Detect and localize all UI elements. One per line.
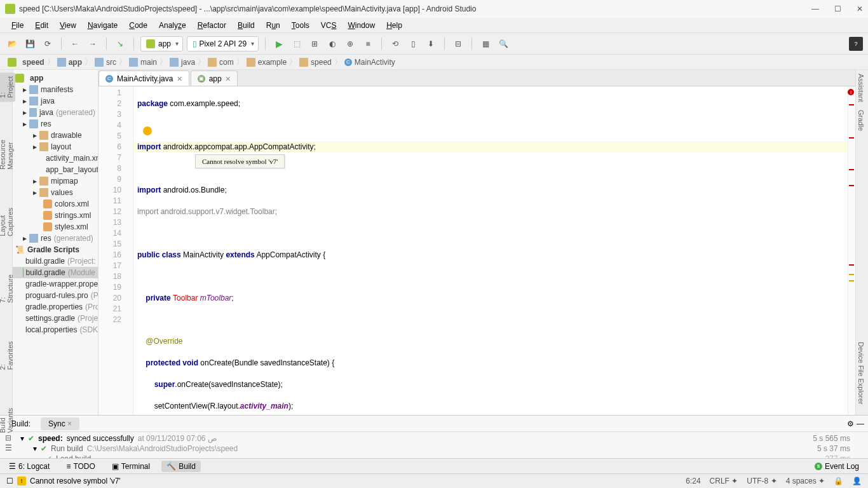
tool-resource-mgr[interactable]: Resource Manager [0,140,14,170]
menu-analyze[interactable]: Analyze [154,20,191,31]
stop-icon[interactable]: ■ [361,37,375,51]
code-content[interactable]: package com.example.speed; import androi… [133,86,848,415]
crumb-app[interactable]: app [57,58,82,67]
crumb-example[interactable]: example [247,58,287,67]
tree-item[interactable]: local.properties (SDK [13,324,98,336]
encoding[interactable]: UTF-8 ✦ [747,477,776,485]
inspection-icon[interactable]: 👤 [852,477,862,485]
project-tree[interactable]: app ▸ manifests▸ java▸ java (generated)▸… [13,70,98,415]
tree-item[interactable]: colors.xml [13,198,98,210]
btab-eventlog[interactable]: $ Event Log [810,461,864,472]
coverage-icon[interactable]: ◐ [325,37,339,51]
tree-item[interactable]: ▸ java [13,95,98,107]
search-icon[interactable]: 🔍 [496,37,510,51]
btab-build[interactable]: 🔨 Build [161,461,201,472]
error-indicator-icon[interactable]: ! [848,89,854,95]
debug-icon[interactable]: ⬚ [290,37,304,51]
structure-icon[interactable]: ⊟ [451,37,465,51]
tree-item[interactable]: gradle-wrapper.prope [13,278,98,290]
tree-item[interactable]: proguard-rules.pro (P [13,290,98,301]
btab-todo[interactable]: ≡ TODO [61,461,100,472]
tool-build-variants[interactable]: Build Variants [0,408,14,433]
menu-vcs[interactable]: VCS [316,20,342,31]
make-icon[interactable]: ↘ [113,37,127,51]
tool-assistant[interactable]: Assistant [856,70,866,106]
tree-item[interactable]: strings.xml [13,210,98,221]
user-icon[interactable]: ? [849,37,863,51]
build-output[interactable]: ▾✔speed: synced successfully at 09/11/20… [20,433,863,457]
crumb-class[interactable]: CMainActivity [344,58,395,67]
tree-item[interactable]: ▸ manifests [13,84,98,95]
tree-gradle-scripts[interactable]: 📜 Gradle Scripts [13,244,98,255]
sync-icon[interactable]: ⟳ [41,37,55,51]
tree-item[interactable]: settings.gradle (Proje [13,313,98,324]
menu-tools[interactable]: Tools [287,20,315,31]
profile-icon[interactable]: ⊞ [308,37,322,51]
forward-icon[interactable]: → [86,37,100,51]
close-button[interactable]: ✕ [857,4,863,13]
tree-item[interactable]: ▸ values [13,187,98,198]
open-icon[interactable]: 📂 [5,37,19,51]
tree-item[interactable]: app_bar_layout [13,164,98,175]
crumb-src[interactable]: src [95,58,116,67]
device-selector[interactable]: ▯ Pixel 2 API 29 [187,36,259,51]
build-settings-icon[interactable]: ⚙ [847,419,854,428]
tree-item[interactable]: ▸ drawable [13,130,98,141]
menu-build[interactable]: Build [233,20,260,31]
sdk-icon[interactable]: ⬇ [424,37,438,51]
intention-bulb-icon[interactable] [143,126,152,135]
tree-item[interactable]: ▸ res [13,118,98,130]
save-icon[interactable]: 💾 [23,37,37,51]
menu-code[interactable]: Code [124,20,153,31]
cursor-position[interactable]: 6:24 [686,477,700,485]
expand-icon[interactable]: ⊟ [5,433,20,442]
tab-app[interactable]: ▣app× [191,71,238,86]
line-separator[interactable]: CRLF ✦ [710,477,738,485]
tool-structure[interactable]: 7: Structure [0,274,14,303]
status-icon[interactable]: ☐ [6,477,13,485]
build-sync-tab[interactable]: Sync × [41,417,79,430]
back-icon[interactable]: ← [68,37,82,51]
tree-item[interactable]: styles.xml [13,221,98,233]
menu-view[interactable]: View [55,20,81,31]
menu-refactor[interactable]: Refactor [193,20,231,31]
tree-item[interactable]: build.gradle (Module [13,267,98,278]
tool-favorites[interactable]: 2: Favorites [0,341,14,370]
crumb-main[interactable]: main [129,58,157,67]
menu-navigate[interactable]: Navigate [83,20,123,31]
btab-terminal[interactable]: ▣ Terminal [107,461,155,472]
indent[interactable]: 4 spaces ✦ [786,477,825,485]
crumb-speed[interactable]: speed [8,58,44,67]
tree-item[interactable]: ▸ layout [13,141,98,152]
menu-help[interactable]: Help [381,20,407,31]
menu-file[interactable]: File [6,20,29,31]
avd-icon[interactable]: ▯ [406,37,420,51]
tree-root[interactable]: app [13,72,98,84]
lock-icon[interactable]: 🔒 [834,477,843,485]
tab-close-icon[interactable]: × [177,74,182,84]
layout-icon[interactable]: ▦ [478,37,492,51]
tab-close-icon[interactable]: × [226,74,231,84]
tree-item[interactable]: ▸ mipmap [13,175,98,187]
code-editor[interactable]: 12345678910111213141516171819202122 pack… [98,86,855,415]
collapse-icon[interactable]: ☰ [5,444,20,452]
tree-item[interactable]: ▸ res (generated) [13,233,98,244]
maximize-button[interactable]: ☐ [834,4,841,13]
tree-item[interactable]: activity_main.xml [13,152,98,164]
tool-device-explorer[interactable]: Device File Explorer [856,338,866,408]
tree-item[interactable]: ▸ java (generated) [13,107,98,118]
error-stripe[interactable]: ! [848,86,855,415]
run-icon[interactable]: ▶ [272,37,286,51]
tree-item[interactable]: gradle.properties (Pro [13,301,98,313]
menu-window[interactable]: Window [342,20,380,31]
btab-logcat[interactable]: ☰ 6: Logcat [4,461,55,472]
menu-edit[interactable]: Edit [30,20,53,31]
tree-item[interactable]: build.gradle (Project: [13,255,98,267]
tab-mainactivity[interactable]: CMainActivity.java× [98,71,189,86]
tool-gradle[interactable]: Gradle [856,106,866,135]
tool-layout-captures[interactable]: Layout Captures [0,208,14,236]
crumb-java[interactable]: java [170,58,195,67]
minimize-button[interactable]: — [811,4,819,13]
crumb-speed2[interactable]: speed [299,58,332,67]
attach-icon[interactable]: ⊕ [343,37,357,51]
